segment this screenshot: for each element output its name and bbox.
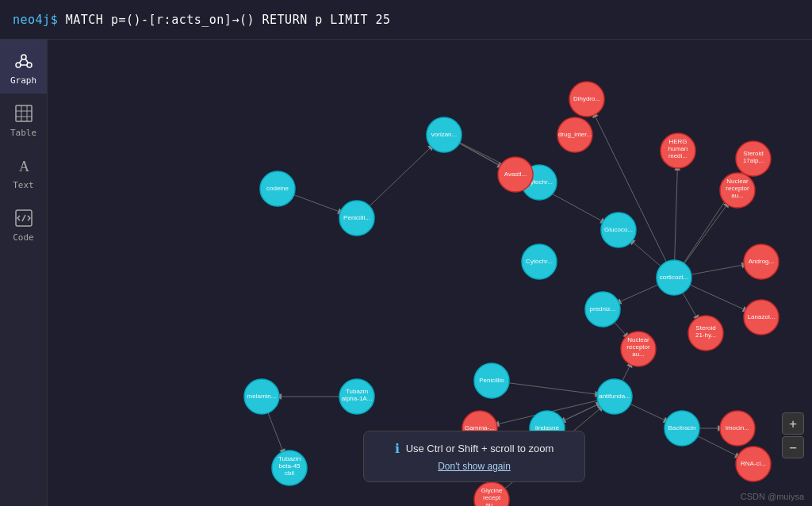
sidebar-item-text[interactable]: A Text xyxy=(0,146,47,198)
svg-point-41 xyxy=(244,379,279,414)
text-icon: A xyxy=(15,157,33,177)
sidebar-item-code[interactable]: Code xyxy=(0,198,47,251)
graph-node[interactable]: Steroid21-hy... xyxy=(688,316,723,351)
svg-point-47 xyxy=(569,82,604,117)
svg-point-36 xyxy=(474,363,509,398)
info-icon: ℹ xyxy=(395,441,400,456)
graph-node[interactable]: Penicillio xyxy=(474,363,509,398)
graph-node[interactable]: lmocin... xyxy=(720,411,755,446)
sidebar-graph-label: Graph xyxy=(10,75,36,86)
graph-edge xyxy=(587,99,674,278)
graph-node[interactable]: predniz... xyxy=(585,292,620,327)
graph-node[interactable]: Cytochr... xyxy=(522,244,557,279)
graph-node[interactable]: RNA-cl... xyxy=(736,447,771,481)
svg-point-38 xyxy=(339,379,374,414)
svg-point-34 xyxy=(665,411,699,446)
sidebar-item-graph[interactable]: Graph xyxy=(0,40,47,94)
svg-point-1 xyxy=(16,63,21,67)
svg-point-80 xyxy=(474,482,509,506)
zoom-controls: + − xyxy=(782,412,804,458)
graph-node[interactable]: codeine xyxy=(260,171,295,206)
svg-line-4 xyxy=(25,59,29,63)
svg-point-61 xyxy=(688,316,723,351)
svg-point-16 xyxy=(339,201,374,236)
graph-node[interactable]: drug_inter... xyxy=(557,117,592,152)
svg-point-57 xyxy=(744,244,779,279)
graph-node[interactable]: Glucoco... xyxy=(601,213,636,247)
graph-node[interactable]: corticozt... xyxy=(657,260,691,295)
graph-node[interactable]: HERGhumanmedi... xyxy=(661,133,695,168)
code-icon xyxy=(15,209,33,229)
svg-point-64 xyxy=(736,141,771,176)
zoom-in-button[interactable]: + xyxy=(782,412,804,435)
dont-show-again-link[interactable]: Don't show again xyxy=(438,461,511,472)
svg-point-26 xyxy=(657,260,691,295)
neo4j-prompt: neo4j$ xyxy=(13,13,58,27)
zoom-out-button[interactable]: − xyxy=(782,436,804,458)
graph-node[interactable]: Glycinereceptau... xyxy=(474,482,509,506)
graph-node[interactable]: Nuclearreceptorau... xyxy=(720,173,755,208)
graph-node[interactable]: Tubazinalpha-1A... xyxy=(339,379,374,414)
svg-point-2 xyxy=(27,63,32,67)
svg-point-28 xyxy=(585,292,620,327)
graph-canvas[interactable]: vorizan...Penicilli...codeineCytochr...C… xyxy=(48,40,812,506)
graph-node[interactable]: antifunda... xyxy=(597,379,632,414)
svg-point-67 xyxy=(621,332,656,366)
table-icon xyxy=(15,105,33,125)
tooltip-message: Use Ctrl or Shift + scroll to zoom xyxy=(406,443,554,454)
graph-node[interactable]: Penicilli... xyxy=(339,201,374,236)
svg-point-59 xyxy=(744,300,779,335)
svg-point-84 xyxy=(720,411,755,446)
svg-point-53 xyxy=(720,173,755,208)
svg-point-73 xyxy=(557,117,592,152)
svg-point-43 xyxy=(272,450,307,485)
svg-point-30 xyxy=(597,379,632,414)
svg-point-71 xyxy=(498,157,533,192)
graph-node[interactable]: Dihydro... xyxy=(569,82,604,117)
scroll-zoom-tooltip: ℹ Use Ctrl or Shift + scroll to zoom Don… xyxy=(363,431,585,482)
graph-node[interactable]: Nuclearreceptorau... xyxy=(621,332,656,366)
graph-node[interactable]: Tubazinbeta-45cbil xyxy=(272,450,307,485)
sidebar-code-label: Code xyxy=(13,232,34,243)
query-bar: neo4j$ MATCH p=()-[r:acts_on]→() RETURN … xyxy=(13,13,391,27)
topbar: neo4j$ MATCH p=()-[r:acts_on]→() RETURN … xyxy=(0,0,812,40)
svg-point-18 xyxy=(260,171,295,206)
svg-point-86 xyxy=(736,447,771,481)
sidebar-item-table[interactable]: Table xyxy=(0,94,47,146)
svg-point-22 xyxy=(522,244,557,279)
graph-node[interactable]: Androg... xyxy=(744,244,779,279)
svg-line-13 xyxy=(22,215,25,221)
svg-rect-6 xyxy=(16,105,32,121)
svg-point-24 xyxy=(601,213,636,247)
graph-node[interactable]: vorizan... xyxy=(427,117,462,152)
sidebar: Graph Table A Text xyxy=(0,40,48,506)
sidebar-table-label: Table xyxy=(10,128,36,138)
graph-icon xyxy=(14,51,33,72)
sidebar-text-label: Text xyxy=(13,180,34,190)
svg-point-14 xyxy=(427,117,462,152)
graph-node[interactable]: Bacitracin xyxy=(665,411,699,446)
graph-node[interactable]: melamin... xyxy=(244,379,279,414)
tooltip-message-row: ℹ Use Ctrl or Shift + scroll to zoom xyxy=(395,441,554,456)
graph-node[interactable]: Avastl... xyxy=(498,157,533,192)
svg-text:A: A xyxy=(19,159,29,174)
svg-line-3 xyxy=(19,59,22,63)
svg-point-49 xyxy=(661,133,695,168)
query-text: MATCH p=()-[r:acts_on]→() RETURN p LIMIT… xyxy=(58,13,390,27)
graph-node[interactable]: Steroid17alp... xyxy=(736,141,771,176)
graph-node[interactable]: Lanazol... xyxy=(744,300,779,335)
watermark: CSDN @muiysa xyxy=(741,492,804,501)
